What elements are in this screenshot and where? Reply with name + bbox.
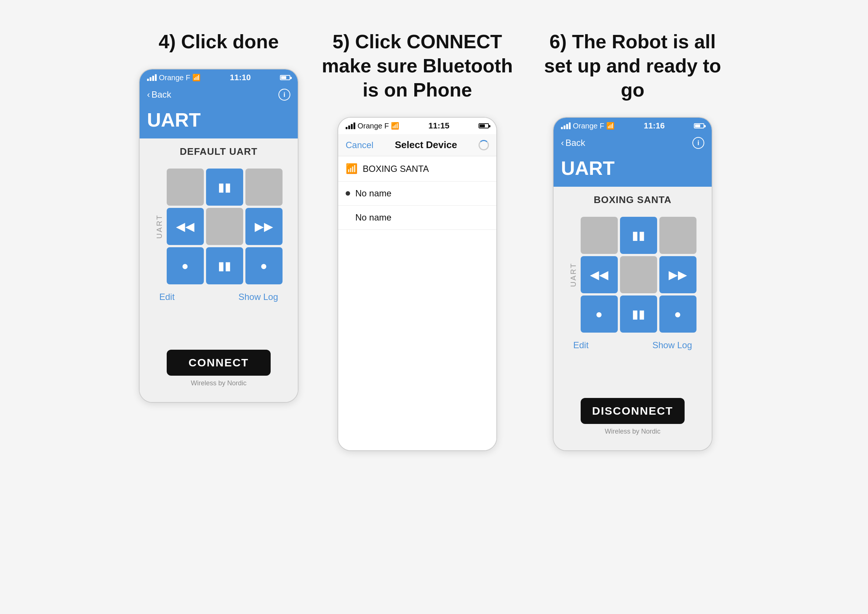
back-label-4: Back [152, 90, 171, 100]
list-item-5-0[interactable]: 📶 BOXING SANTA [338, 156, 496, 181]
connect-btn-4[interactable]: CONNECT [167, 350, 271, 376]
bottom-actions-4: Edit Show Log [155, 292, 282, 302]
ctrl-br-4[interactable]: ● [245, 247, 282, 284]
ctrl-ml-4[interactable]: ◀◀ [167, 208, 204, 245]
phone-5: Orange F 📶 11:15 Cancel Select Device 📶 … [338, 117, 497, 451]
ctrl-mm-4[interactable] [206, 208, 243, 245]
time-5: 11:15 [428, 121, 449, 131]
step-5-col: 5) Click CONNECT make sure Bluetooth is … [321, 30, 514, 451]
cancel-btn-5[interactable]: Cancel [346, 140, 374, 150]
dot-icon-5-1 [346, 191, 350, 195]
disconnect-btn-6[interactable]: DISCONNECT [581, 398, 685, 424]
device-name-5-0: BOXING SANTA [363, 164, 429, 174]
chevron-left-icon-6: ‹ [561, 138, 564, 148]
app-title-6: UART [553, 154, 712, 187]
ctrl-tl-4[interactable] [167, 169, 204, 206]
device-name-5-1: No name [355, 188, 391, 198]
info-label-4: i [283, 91, 285, 99]
select-device-title-5: Select Device [395, 139, 457, 151]
info-btn-4[interactable]: i [279, 89, 290, 101]
chevron-left-icon-4: ‹ [147, 90, 150, 100]
battery-icon-6 [694, 123, 704, 129]
status-bar-5: Orange F 📶 11:15 [338, 118, 496, 134]
signal-icon-5 [346, 122, 355, 129]
time-6: 11:16 [644, 121, 665, 131]
status-left-4: Orange F 📶 [147, 73, 200, 82]
wifi-icon-6: 📶 [606, 122, 614, 130]
show-log-link-6[interactable]: Show Log [652, 340, 692, 350]
loading-spinner-5 [479, 140, 489, 150]
battery-icon-5 [479, 123, 489, 129]
wifi-device-icon-5-0: 📶 [346, 163, 358, 174]
nav-bar-6: ‹ Back i [553, 134, 712, 154]
nav-bar-4: ‹ Back i [140, 86, 298, 106]
ctrl-br-6[interactable]: ● [659, 296, 696, 333]
ctrl-tl-6[interactable] [581, 217, 618, 254]
wireless-text-6: Wireless by Nordic [605, 428, 660, 436]
status-right-6 [694, 123, 704, 129]
ctrl-mr-4[interactable]: ▶▶ [245, 208, 282, 245]
ctrl-tm-4[interactable]: ▮▮ [206, 169, 243, 206]
select-device-header-5: Cancel Select Device [338, 134, 496, 156]
back-btn-4[interactable]: ‹ Back [147, 90, 171, 100]
step-4-col: 4) Click done Orange F 📶 11:10 [139, 30, 299, 403]
app-title-4: UART [140, 106, 298, 138]
battery-icon-4 [280, 75, 290, 80]
device-name-5-2: No name [346, 212, 391, 223]
device-list-5: 📶 BOXING SANTA No name No name [338, 156, 496, 450]
signal-icon-6 [561, 122, 570, 129]
carrier-4: Orange F [159, 73, 190, 82]
content-4: DEFAULT UART UART ▮▮ ◀◀ ▶▶ ● ▮▮ ● [140, 138, 298, 402]
info-label-6: i [697, 139, 699, 147]
ctrl-tm-6[interactable]: ▮▮ [620, 217, 657, 254]
bottom-actions-6: Edit Show Log [569, 340, 696, 350]
ctrl-tr-4[interactable] [245, 169, 282, 206]
status-left-6: Orange F 📶 [561, 122, 614, 130]
carrier-6: Orange F [573, 122, 604, 130]
uart-label-4: UART [155, 214, 164, 239]
status-right-4 [280, 75, 290, 80]
ctrl-bl-6[interactable]: ● [581, 296, 618, 333]
carrier-5: Orange F [358, 122, 389, 130]
wifi-icon-5: 📶 [391, 122, 399, 130]
show-log-link-4[interactable]: Show Log [238, 292, 278, 302]
list-item-5-2[interactable]: No name [338, 206, 496, 230]
ctrl-bm-6[interactable]: ▮▮ [620, 296, 657, 333]
edit-link-4[interactable]: Edit [159, 292, 175, 302]
ctrl-bl-4[interactable]: ● [167, 247, 204, 284]
status-left-5: Orange F 📶 [346, 122, 399, 130]
phone-6: Orange F 📶 11:16 ‹ Back i UART [553, 117, 713, 451]
step-5-title: 5) Click CONNECT make sure Bluetooth is … [321, 30, 514, 102]
uart-label-6: UART [569, 262, 578, 287]
ctrl-mm-6[interactable] [620, 256, 657, 293]
device-name-6: BOXING SANTA [594, 194, 671, 206]
content-6: BOXING SANTA UART ▮▮ ◀◀ ▶▶ ● ▮▮ ● [553, 187, 712, 450]
main-layout: 4) Click done Orange F 📶 11:10 [15, 30, 853, 451]
step-4-title: 4) Click done [158, 30, 279, 54]
ctrl-bm-4[interactable]: ▮▮ [206, 247, 243, 284]
control-grid-wrapper-4: UART ▮▮ ◀◀ ▶▶ ● ▮▮ ● [155, 169, 282, 284]
step-6-col: 6) The Robot is all set up and ready to … [536, 30, 729, 451]
signal-icon-4 [147, 74, 157, 81]
back-btn-6[interactable]: ‹ Back [561, 138, 585, 148]
device-name-4: DEFAULT UART [180, 146, 257, 157]
wireless-text-4: Wireless by Nordic [191, 379, 246, 387]
info-btn-6[interactable]: i [692, 137, 704, 149]
status-right-5 [479, 123, 489, 129]
ctrl-ml-6[interactable]: ◀◀ [581, 256, 618, 293]
edit-link-6[interactable]: Edit [573, 340, 589, 350]
list-item-5-1[interactable]: No name [338, 181, 496, 206]
status-bar-4: Orange F 📶 11:10 [140, 70, 298, 86]
ctrl-mr-6[interactable]: ▶▶ [659, 256, 696, 293]
ctrl-tr-6[interactable] [659, 217, 696, 254]
step-6-title: 6) The Robot is all set up and ready to … [536, 30, 729, 102]
phone-4: Orange F 📶 11:10 ‹ Back i UART [139, 69, 299, 403]
control-grid-6: ▮▮ ◀◀ ▶▶ ● ▮▮ ● [581, 217, 696, 333]
back-label-6: Back [566, 138, 585, 148]
control-grid-wrapper-6: UART ▮▮ ◀◀ ▶▶ ● ▮▮ ● [569, 217, 696, 333]
wifi-icon-4: 📶 [192, 73, 200, 82]
control-grid-4: ▮▮ ◀◀ ▶▶ ● ▮▮ ● [167, 169, 282, 284]
status-bar-6: Orange F 📶 11:16 [553, 118, 712, 134]
time-4: 11:10 [230, 73, 251, 82]
